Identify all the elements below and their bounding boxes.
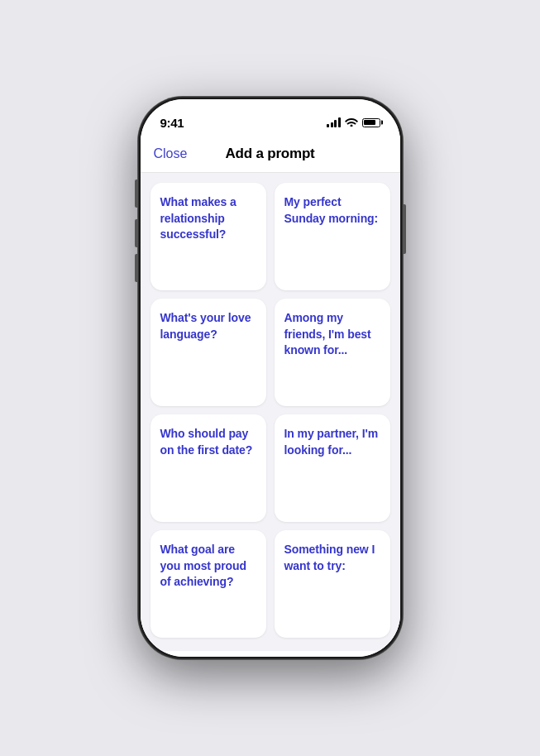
- phone-screen: 9:41 Close: [141, 99, 400, 657]
- prompt-text-4: Among my friends, I'm best known for...: [284, 311, 371, 356]
- nav-bar: Close Add a prompt: [141, 136, 400, 173]
- prompt-text-2: My perfect Sunday morning:: [284, 195, 379, 225]
- prompt-card-5[interactable]: Who should pay on the first date?: [151, 414, 266, 522]
- prompt-text-3: What's your love language?: [160, 311, 251, 341]
- prompt-text-8: Something new I want to try:: [284, 543, 375, 572]
- prompt-text-5: Who should pay on the first date?: [160, 427, 253, 457]
- phone-frame: 9:41 Close: [138, 97, 403, 659]
- prompt-card-1[interactable]: What makes a relationship successful?: [151, 183, 266, 290]
- status-icons: [327, 117, 380, 128]
- prompt-card-8[interactable]: Something new I want to try:: [275, 530, 390, 638]
- wifi-icon: [345, 117, 358, 128]
- battery-icon: [362, 118, 380, 127]
- prompt-card-4[interactable]: Among my friends, I'm best known for...: [275, 299, 390, 406]
- prompt-card-3[interactable]: What's your love language?: [151, 299, 266, 406]
- prompt-card-7[interactable]: What goal are you most proud of achievin…: [151, 530, 266, 638]
- battery-fill: [364, 120, 375, 125]
- prompt-text-6: In my partner, I'm looking for...: [284, 427, 379, 457]
- prompts-container: What makes a relationship successful?My …: [141, 173, 400, 651]
- signal-icon: [327, 117, 341, 127]
- status-time: 9:41: [160, 116, 184, 130]
- page-title: Add a prompt: [225, 146, 314, 162]
- prompt-card-2[interactable]: My perfect Sunday morning:: [275, 183, 390, 290]
- app-content: Close Add a prompt What makes a relation…: [141, 136, 400, 657]
- close-button[interactable]: Close: [154, 146, 188, 161]
- prompt-card-6[interactable]: In my partner, I'm looking for...: [275, 414, 390, 522]
- prompt-text-7: What goal are you most proud of achievin…: [160, 543, 246, 588]
- prompt-text-1: What makes a relationship successful?: [160, 195, 237, 241]
- status-bar: 9:41: [141, 99, 400, 136]
- prompts-grid: What makes a relationship successful?My …: [151, 183, 390, 638]
